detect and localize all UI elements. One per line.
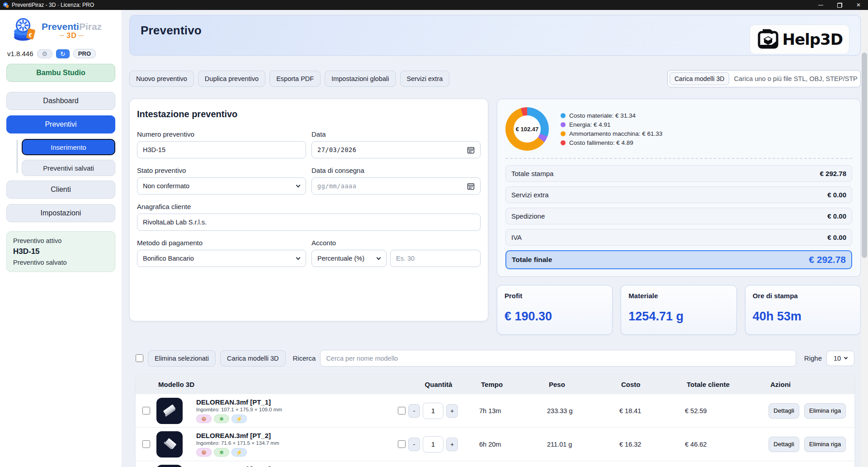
active-quote-status: Preventivo salvato <box>13 259 108 266</box>
total-row-iva: IVA € 0.00 <box>505 229 852 246</box>
upload-placeholder: Carica uno o più file STL, OBJ, STEP/STP… <box>729 75 859 82</box>
chevron-down-icon <box>844 356 848 359</box>
search-input[interactable] <box>320 350 796 367</box>
material-badge: ✱ <box>214 415 229 423</box>
chevron-down-icon <box>377 256 381 260</box>
pagamento-select[interactable]: Bonifico Bancario <box>137 250 306 267</box>
acconto-tipo-select[interactable]: Percentuale (%) <box>311 250 387 267</box>
impostazioni-globali-button[interactable]: Impostazioni globali <box>325 71 396 87</box>
version-label: v1.8.446 <box>7 50 33 57</box>
esporta-pdf-button[interactable]: Esporta PDF <box>269 71 321 87</box>
sidebar-item-dashboard[interactable]: Dashboard <box>6 92 115 110</box>
help3d-brand: Help3D <box>750 24 849 54</box>
vertical-scrollbar[interactable] <box>861 10 868 467</box>
qty-minus-button[interactable]: - <box>408 404 420 418</box>
stato-select[interactable]: Non confermato <box>137 177 306 195</box>
energy-badge: ⚡ <box>231 448 247 457</box>
calendar-icon[interactable] <box>467 146 475 154</box>
consegna-input[interactable]: gg/mm/aaaa <box>311 177 481 195</box>
elimina-riga-button[interactable]: Elimina riga <box>804 403 846 419</box>
elimina-riga-button[interactable]: Elimina riga <box>804 437 846 452</box>
sidebar-item-inserimento[interactable]: Inserimento <box>22 139 115 155</box>
calendar-icon[interactable] <box>467 182 475 190</box>
model-name: DELOREAN.3mf [PT_3] <box>196 465 398 467</box>
active-quote-panel: Preventivo attivo H3D-15 Preventivo salv… <box>6 231 115 272</box>
table-row: DELOREAN.3mf [PT_3] Ingombro: 105.4 × 17… <box>136 461 854 467</box>
cell-tempo: 7h 13m <box>479 407 547 415</box>
page-title: Preventivo <box>141 24 202 38</box>
qty-plus-button[interactable]: + <box>446 438 458 451</box>
brand-part2: Piraz <box>79 21 102 32</box>
cell-totale: € 46.62 <box>685 441 769 448</box>
duplica-preventivo-button[interactable]: Duplica preventivo <box>198 71 265 87</box>
main-content: Preventivo Help3D Nuovo preventivo Dupli… <box>122 10 868 467</box>
model-thumbnail <box>156 465 183 467</box>
form-heading: Intestazione preventivo <box>137 109 481 119</box>
qty-input[interactable] <box>423 436 443 453</box>
numero-label: Numero preventivo <box>137 130 306 138</box>
search-label: Ricerca <box>293 354 316 362</box>
total-row-servizi: Servizi extra € 0.00 <box>505 186 852 203</box>
data-input[interactable]: 27/03/2026 <box>311 141 481 158</box>
model-thumbnail <box>156 398 183 424</box>
acconto-input[interactable] <box>390 250 481 267</box>
upload-models-button[interactable]: Carica modelli 3D <box>220 350 285 367</box>
cell-costo: € 18.41 <box>619 407 685 415</box>
cost-summary-panel: € 102.47 Costo materiale: € 31.34 Energi… <box>497 99 861 277</box>
upload-models-input[interactable]: Carica modelli 3D Carica uno o più file … <box>667 70 861 87</box>
model-name: DELOREAN.3mf [PT_2] <box>196 432 398 439</box>
active-quote-number: H3D-15 <box>13 247 108 256</box>
models-table: Modello 3D Quantità Tempo Peso Costo Tot… <box>136 374 854 467</box>
qty-input[interactable] <box>423 403 443 419</box>
help3d-wordmark: Help3D <box>783 30 843 48</box>
anagrafica-input[interactable] <box>137 214 481 231</box>
numero-input[interactable] <box>137 141 306 158</box>
restore-button[interactable] <box>830 0 849 10</box>
divider <box>505 158 852 159</box>
update-button[interactable]: ↻ <box>56 49 70 58</box>
settings-gear-button[interactable]: ⚙ <box>37 49 53 58</box>
spool-logo-icon: € <box>11 17 39 43</box>
sidebar-item-preventivi-salvati[interactable]: Preventivi salvati <box>22 160 115 176</box>
delete-selected-button[interactable]: Elimina selezionati <box>148 350 216 367</box>
brand-part3: 3D <box>42 32 102 39</box>
table-row: DELOREAN.3mf [PT_1] Ingombro: 107.1 × 17… <box>136 394 854 428</box>
select-all-checkbox[interactable] <box>136 354 143 362</box>
sidebar-item-preventivi[interactable]: Preventivi <box>6 115 115 133</box>
total-final-row: Totale finale € 292.78 <box>505 250 852 269</box>
qty-plus-button[interactable]: + <box>446 404 458 418</box>
legend-label: Costo materiale: € 31.34 <box>569 112 636 119</box>
minimize-button[interactable] <box>811 0 830 10</box>
dettagli-button[interactable]: Dettagli <box>769 403 799 419</box>
qty-lock-checkbox[interactable] <box>398 407 406 415</box>
sidebar-item-impostazioni[interactable]: Impostazioni <box>6 204 115 222</box>
col-quantita: Quantità <box>398 381 479 388</box>
stat-card-ore-stampa: Ore di stampa 40h 53m <box>745 285 861 335</box>
row-checkbox[interactable] <box>142 407 150 415</box>
model-thumbnail <box>156 431 183 457</box>
legend-dot <box>561 131 566 136</box>
qty-minus-button[interactable]: - <box>408 438 420 451</box>
sidebar-item-clienti[interactable]: Clienti <box>6 181 115 199</box>
close-button[interactable]: ✕ <box>849 0 868 10</box>
window-titlebar: PreventiPiraz - 3D · Licenza: PRO ✕ <box>0 0 868 10</box>
app-logo: € PreventiPiraz 3D <box>6 14 115 48</box>
legend-dot <box>561 140 566 145</box>
rows-per-page-label: Righe <box>804 354 822 362</box>
servizi-extra-button[interactable]: Servizi extra <box>400 71 450 87</box>
row-checkbox[interactable] <box>142 440 150 448</box>
slicer-button[interactable]: Bambu Studio <box>6 64 115 82</box>
upload-models-button[interactable]: Carica modelli 3D <box>670 72 729 85</box>
anagrafica-label: Anagrafica cliente <box>137 203 481 210</box>
qty-lock-checkbox[interactable] <box>398 440 406 448</box>
rows-per-page-select[interactable]: 10 <box>826 351 854 366</box>
refresh-icon: ↻ <box>60 50 66 57</box>
scrollbar-thumb[interactable] <box>862 52 867 258</box>
donut-center-label: € 102.47 <box>505 107 549 151</box>
model-name: DELOREAN.3mf [PT_1] <box>196 398 398 406</box>
col-azioni: Azioni <box>769 381 854 388</box>
dettagli-button[interactable]: Dettagli <box>769 437 799 452</box>
app-icon <box>3 2 9 8</box>
nuovo-preventivo-button[interactable]: Nuovo preventivo <box>129 71 194 87</box>
table-header-row: Modello 3D Quantità Tempo Peso Costo Tot… <box>136 374 854 394</box>
